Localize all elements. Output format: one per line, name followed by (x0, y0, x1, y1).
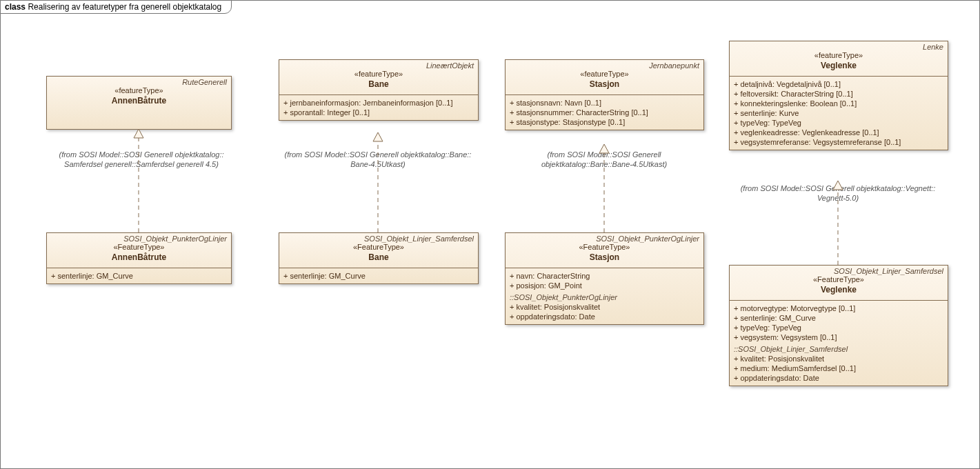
corner-label: SOSI_Objekt_PunkterOgLinjer (596, 234, 699, 243)
from-label-veglenke: (from SOSI Model::SOSI Generell objektka… (729, 183, 947, 203)
from-label-annenbatrute: (from SOSI Model::SOSI Generell objektka… (45, 150, 238, 170)
attrs: + motorvegtype: Motorvegtype [0..1] + se… (730, 301, 948, 386)
stereotype: «FeatureType» (734, 275, 943, 283)
corner-label: LineærtObjekt (426, 61, 474, 70)
svg-marker-3 (373, 132, 383, 141)
frame-title-tab: class Realisering av featuretyper fra ge… (0, 0, 232, 14)
corner-label: SOSI_Objekt_Linjer_Samferdsel (834, 267, 943, 275)
class-stasjon-parent[interactable]: Jernbanepunkt «featureType» Stasjon + st… (505, 59, 704, 130)
class-bane-child[interactable]: SOSI_Objekt_Linjer_Samferdsel «FeatureTy… (279, 232, 479, 284)
svg-marker-1 (134, 129, 143, 138)
attrs: + senterlinje: GM_Curve (279, 268, 478, 283)
class-name: Veglenke (734, 285, 943, 295)
class-name: AnnenBåtrute (51, 252, 227, 262)
frame-kind: class (5, 2, 26, 12)
corner-label: SOSI_Objekt_PunkterOgLinjer (123, 234, 227, 243)
stereotype: «featureType» (51, 86, 227, 94)
class-name: Bane (283, 79, 474, 89)
attrs: + detaljnivå: Vegdetaljnivå [0..1] + fel… (730, 77, 948, 150)
class-bane-parent[interactable]: LineærtObjekt «featureType» Bane + jernb… (279, 59, 479, 121)
class-veglenke-child[interactable]: SOSI_Objekt_Linjer_Samferdsel «FeatureTy… (729, 265, 948, 386)
frame-title: Realisering av featuretyper fra generell… (28, 2, 221, 12)
from-label-stasjon: (from SOSI Model::SOSI Generellobjektkat… (532, 150, 677, 170)
from-label-bane: (from SOSI Model::SOSI Generell objektka… (279, 150, 477, 170)
attrs: + navn: CharacterString + posisjon: GM_P… (506, 268, 703, 324)
corner-label: RuteGenerell (182, 78, 227, 86)
stereotype: «featureType» (510, 70, 699, 78)
corner-label: Jernbanepunkt (649, 61, 699, 70)
class-stasjon-child[interactable]: SOSI_Objekt_PunkterOgLinjer «FeatureType… (505, 232, 704, 325)
stereotype: «FeatureType» (51, 243, 227, 251)
class-annenbatrute-parent[interactable]: RuteGenerell «featureType» AnnenBåtrute (46, 76, 232, 130)
corner-label: Lenke (923, 43, 943, 51)
class-annenbatrute-child[interactable]: SOSI_Objekt_PunkterOgLinjer «FeatureType… (46, 232, 232, 284)
stereotype: «FeatureType» (510, 243, 699, 251)
class-name: AnnenBåtrute (51, 96, 227, 106)
attrs: + stasjonsnavn: Navn [0..1] + stasjonsnu… (506, 95, 703, 130)
attrs: + jernbaneinformasjon: Jernbaneinformasj… (279, 95, 478, 120)
class-veglenke-parent[interactable]: Lenke «featureType» Veglenke + detaljniv… (729, 41, 948, 150)
class-name: Bane (283, 252, 474, 262)
attrs: + senterlinje: GM_Curve (47, 268, 231, 283)
class-name: Veglenke (734, 61, 943, 70)
class-name: Stasjon (510, 252, 699, 262)
stereotype: «FeatureType» (283, 243, 474, 251)
diagram-frame: class Realisering av featuretyper fra ge… (0, 0, 980, 469)
stereotype: «featureType» (734, 51, 943, 59)
corner-label: SOSI_Objekt_Linjer_Samferdsel (364, 234, 474, 243)
class-name: Stasjon (510, 79, 699, 89)
stereotype: «featureType» (283, 70, 474, 78)
